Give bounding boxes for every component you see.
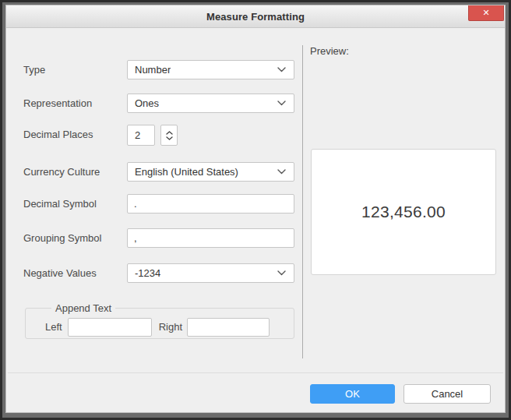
chevron-down-icon xyxy=(277,67,286,72)
representation-label: Representation xyxy=(23,94,92,113)
decimal-places-label: Decimal Places xyxy=(23,125,93,144)
grouping-symbol-label: Grouping Symbol xyxy=(23,228,101,248)
preview-label: Preview: xyxy=(310,45,349,57)
titlebar[interactable]: Measure Formatting ✕ xyxy=(6,5,505,28)
decimal-symbol-input[interactable] xyxy=(127,194,294,214)
dialog-inner: Measure Formatting ✕ Type Number Represe… xyxy=(6,5,505,412)
preview-value: 123,456.00 xyxy=(361,203,446,221)
type-label: Type xyxy=(23,60,45,79)
decimal-places-input[interactable] xyxy=(127,125,155,146)
negative-values-label: Negative Values xyxy=(23,263,97,283)
cancel-button[interactable]: Cancel xyxy=(404,384,491,404)
ok-button[interactable]: OK xyxy=(310,384,395,404)
negative-values-dropdown[interactable]: -1234 xyxy=(127,263,294,283)
dialog-content: Type Number Representation Ones Decimal … xyxy=(6,28,505,412)
preview-box: 123,456.00 xyxy=(311,149,496,275)
measure-formatting-dialog: Measure Formatting ✕ Type Number Represe… xyxy=(0,0,511,420)
negative-values-dropdown-value: -1234 xyxy=(135,267,160,279)
append-left-label: Left xyxy=(45,321,62,333)
close-icon: ✕ xyxy=(482,9,489,17)
close-button[interactable]: ✕ xyxy=(468,5,504,21)
currency-culture-dropdown[interactable]: English (United States) xyxy=(127,162,294,182)
append-text-legend: Append Text xyxy=(51,302,115,314)
grouping-symbol-input[interactable] xyxy=(127,228,294,248)
type-dropdown-value: Number xyxy=(135,64,171,76)
horizontal-divider xyxy=(8,372,503,373)
decimal-places-stepper[interactable] xyxy=(160,125,178,146)
vertical-divider xyxy=(302,45,303,358)
dialog-title: Measure Formatting xyxy=(206,11,305,23)
chevron-down-icon[interactable] xyxy=(166,136,173,140)
type-dropdown[interactable]: Number xyxy=(127,60,294,79)
append-text-group: Append Text Left Right xyxy=(25,302,294,339)
append-right-label: Right xyxy=(159,321,182,333)
currency-culture-label: Currency Culture xyxy=(23,162,100,182)
decimal-symbol-label: Decimal Symbol xyxy=(23,194,97,214)
chevron-down-icon xyxy=(277,169,286,175)
currency-culture-dropdown-value: English (United States) xyxy=(135,166,238,178)
chevron-down-icon xyxy=(277,270,286,276)
chevron-down-icon xyxy=(277,101,286,106)
representation-dropdown[interactable]: Ones xyxy=(127,94,294,113)
chevron-up-icon[interactable] xyxy=(166,131,173,135)
append-left-input[interactable] xyxy=(68,318,152,337)
append-right-input[interactable] xyxy=(187,318,270,337)
representation-dropdown-value: Ones xyxy=(135,97,159,109)
